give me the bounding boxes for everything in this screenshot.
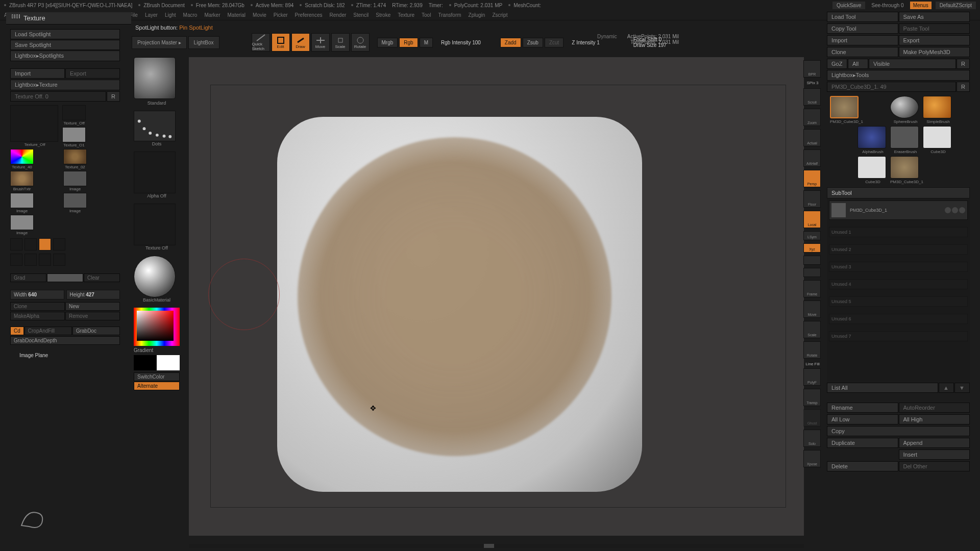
grad-button[interactable]: Grad	[10, 273, 46, 282]
quicksave-button[interactable]: QuickSave	[832, 2, 865, 9]
tool-thumb-pm3d[interactable]	[890, 156, 919, 179]
menu-render[interactable]: Render	[330, 12, 347, 18]
makealpha-button[interactable]: MakeAlpha	[10, 312, 65, 320]
autoreorder-button[interactable]: AutoReorder	[899, 403, 970, 413]
alpha-thumbnail[interactable]	[134, 152, 176, 193]
subtool-item-1[interactable]: Unused 1	[829, 227, 968, 237]
color-picker[interactable]	[134, 308, 180, 346]
lightbox-spotlights-button[interactable]: Lightbox▸Spotlights	[10, 51, 120, 61]
menu-material[interactable]: Material	[228, 12, 246, 18]
default-zscript[interactable]: DefaultZScript	[936, 2, 976, 9]
delete-button[interactable]: Delete	[827, 461, 898, 471]
allhigh-button[interactable]: All High	[899, 414, 970, 424]
export-tool-button[interactable]: Export	[899, 35, 970, 45]
goz-button[interactable]: GoZ	[827, 59, 847, 69]
copy-tool-button[interactable]: Copy Tool	[827, 23, 898, 34]
color-primary[interactable]	[157, 355, 180, 370]
subtool-down-button[interactable]: ▼	[954, 383, 970, 393]
material-thumbnail[interactable]	[134, 256, 176, 297]
eye2-icon[interactable]	[959, 207, 965, 213]
menu-preferences[interactable]: Preferences	[295, 12, 323, 18]
rgb-button[interactable]: Rgb	[399, 38, 418, 47]
save-tool-button[interactable]: Save As	[899, 12, 970, 22]
texture-thumb-02[interactable]	[63, 149, 87, 164]
subtool-item-2[interactable]: Unused 2	[829, 244, 968, 255]
texture-thumb-image1[interactable]	[63, 171, 87, 186]
subtool-item-5[interactable]: Unused 5	[829, 296, 968, 307]
draw-mode-button[interactable]: Draw	[291, 33, 310, 52]
texture-thumb-image4[interactable]	[10, 215, 34, 230]
canvas[interactable]: ✥	[189, 57, 804, 536]
fill-button[interactable]	[47, 273, 83, 282]
texture-tool-onoff[interactable]	[39, 238, 51, 251]
menu-light[interactable]: Light	[165, 12, 176, 18]
texture-tool-1[interactable]	[10, 238, 22, 251]
scale-mode-button[interactable]: Scale	[331, 33, 350, 52]
eye-icon[interactable]	[945, 207, 951, 213]
load-spotlight-button[interactable]: Load Spotlight	[10, 29, 120, 39]
rotate-mode-button[interactable]: Rotate	[351, 33, 370, 52]
paste-tool-button[interactable]: Paste Tool	[899, 23, 970, 34]
local-button[interactable]: Local	[803, 211, 821, 228]
grabdocdepth-button[interactable]: GrabDocAndDepth	[10, 336, 120, 345]
texture-r-button[interactable]: R	[107, 91, 120, 102]
menus-toggle[interactable]: Menus	[910, 2, 932, 9]
brush-icon[interactable]	[952, 207, 958, 213]
tool-r-button[interactable]: R	[957, 82, 970, 92]
menu-marker[interactable]: Marker	[204, 12, 220, 18]
lightbox-tools-button[interactable]: Lightbox▸Tools	[827, 70, 970, 81]
texture-tool-7[interactable]	[39, 254, 51, 266]
subtool-header[interactable]: SubTool	[827, 187, 970, 198]
subtool-item-4[interactable]: Unused 4	[829, 279, 968, 289]
palette-header[interactable]: Texture	[6, 12, 131, 24]
texture-thumb-40[interactable]	[10, 149, 34, 164]
move-view-button[interactable]: Move	[803, 300, 821, 318]
copy-subtool-button[interactable]: Copy	[827, 426, 970, 436]
import-tool-button[interactable]: Import	[827, 35, 898, 45]
clear-button[interactable]: Clear	[84, 273, 120, 282]
tool-thumb-spherebrush[interactable]	[890, 96, 919, 118]
width-slider[interactable]: Width 640	[10, 290, 64, 299]
xyz-button[interactable]: Xyz	[803, 243, 821, 253]
bpr-button[interactable]: BPR	[803, 60, 821, 78]
edit-mode-button[interactable]: Edit	[272, 33, 290, 52]
ghost-button[interactable]: Ghost	[803, 409, 821, 427]
subtool-item-3[interactable]: Unused 3	[829, 262, 968, 272]
cd-button[interactable]: Cd	[10, 327, 24, 335]
tool-thumb-current[interactable]	[830, 96, 859, 118]
clone-button[interactable]: Clone	[10, 302, 65, 311]
zadd-button[interactable]: Zadd	[500, 38, 521, 47]
new-button[interactable]: New	[65, 302, 120, 311]
subtool-item-7[interactable]: Unused 7	[829, 331, 968, 341]
export-texture-button[interactable]: Export	[65, 68, 120, 79]
grabdoc-button[interactable]: GrabDoc	[72, 327, 120, 335]
floor-button[interactable]: Floor	[803, 190, 821, 208]
tool-thumb-alphabrush[interactable]	[857, 126, 886, 148]
zoom-button[interactable]: Zoom	[803, 109, 821, 126]
brush-texture-thumbnail[interactable]	[134, 204, 176, 245]
lightbox-texture-button[interactable]: Lightbox▸Texture	[10, 80, 120, 90]
make-polymesh-button[interactable]: Make PolyMesh3D	[899, 47, 970, 57]
append-button[interactable]: Append	[899, 438, 970, 448]
alllow-button[interactable]: All Low	[827, 414, 898, 424]
subtool-item-6[interactable]: Unused 6	[829, 314, 968, 324]
rgb-intensity-slider[interactable]: Rgb Intensity 100	[441, 40, 481, 45]
imageplane-header[interactable]: Image Plane	[10, 352, 120, 359]
solo-button[interactable]: Solo	[803, 430, 821, 447]
z-button[interactable]	[803, 268, 821, 277]
menu-stroke[interactable]: Stroke	[376, 12, 390, 18]
cropfill-button[interactable]: CropAndFill	[24, 327, 72, 335]
scale-view-button[interactable]: Scale	[803, 321, 821, 338]
tool-thumb-cube2[interactable]	[857, 156, 886, 179]
texture-tool-2[interactable]	[24, 238, 37, 251]
load-tool-button[interactable]: Load Tool	[827, 12, 898, 22]
actual-button[interactable]: Actual	[803, 129, 821, 146]
m-button[interactable]: M	[420, 38, 433, 47]
mrgb-button[interactable]: Mrgb	[377, 38, 398, 47]
model-mesh[interactable]	[277, 117, 642, 492]
rename-button[interactable]: Rename	[827, 403, 898, 413]
subtool-item-active[interactable]: PM3D_Cube3D_1	[829, 201, 968, 220]
current-tool-name[interactable]: PM3D_Cube3D_1. 49	[827, 82, 956, 92]
texture-onoff[interactable]: Texture Off. 0	[10, 91, 106, 102]
z-intensity-slider[interactable]: Z Intensity 1	[572, 40, 599, 45]
